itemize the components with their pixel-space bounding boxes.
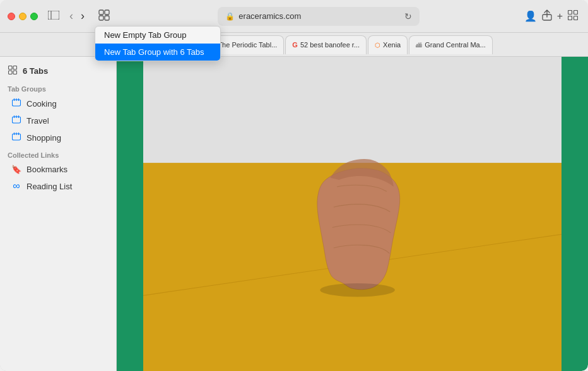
sidebar-item-bookmarks[interactable]: 🔖 Bookmarks xyxy=(4,162,112,177)
green-panel-left xyxy=(117,57,143,371)
reading-list-label: Reading List xyxy=(26,182,72,191)
sidebar-item-travel[interactable]: Travel xyxy=(4,112,112,129)
tab-overview-button[interactable] xyxy=(568,10,578,23)
right-toolbar: 👤 + xyxy=(524,9,578,23)
sidebar: 6 Tabs Tab Groups Cooking xyxy=(0,57,117,371)
svg-rect-14 xyxy=(13,71,17,74)
svg-point-30 xyxy=(320,283,395,297)
addressbar-area: 🔒 eraceramics.com ↻ xyxy=(119,7,519,26)
webpage-content xyxy=(143,57,562,371)
svg-rect-12 xyxy=(13,66,17,70)
maximize-button[interactable] xyxy=(30,13,38,20)
tab-5-label: Grand Central Ma... xyxy=(425,41,486,49)
svg-rect-13 xyxy=(9,71,13,74)
new-tab-group-button[interactable] xyxy=(95,7,114,26)
sidebar-item-reading-list[interactable]: ∞ Reading List xyxy=(4,177,112,195)
tab-4-label: Xenia xyxy=(383,41,401,49)
travel-icon xyxy=(11,115,21,126)
lock-icon: 🔒 xyxy=(225,12,235,21)
add-tab-button[interactable]: + xyxy=(557,11,563,22)
tab-group-dropdown: New Empty Tab Group New Tab Group with 6… xyxy=(95,26,221,61)
sidebar-item-shopping[interactable]: Shopping xyxy=(4,129,112,146)
close-button[interactable] xyxy=(8,13,15,20)
green-panel-right xyxy=(562,57,588,371)
share-button[interactable] xyxy=(542,9,552,23)
svg-rect-2 xyxy=(99,10,103,15)
forward-button[interactable]: › xyxy=(78,8,87,24)
all-tabs-item[interactable]: 6 Tabs xyxy=(0,62,116,80)
main-area: 6 Tabs Tab Groups Cooking xyxy=(0,57,588,371)
collected-links-section-label: Collected Links xyxy=(0,146,116,162)
bookmarks-icon: 🔖 xyxy=(11,165,21,174)
tab-2-label: The Periodic Tabl... xyxy=(218,41,277,49)
content-area xyxy=(117,57,588,371)
shopping-label: Shopping xyxy=(26,133,61,143)
all-tabs-icon xyxy=(8,66,18,76)
svg-rect-9 xyxy=(568,16,572,20)
tab-4-icon: ⬡ xyxy=(375,42,380,49)
sidebar-item-cooking[interactable]: Cooking xyxy=(4,95,112,112)
tab-3[interactable]: G 52 best banofee r... xyxy=(285,35,367,54)
new-empty-tab-group-option[interactable]: New Empty Tab Group xyxy=(95,26,220,44)
address-text: eraceramics.com xyxy=(238,11,401,21)
svg-rect-0 xyxy=(48,11,59,20)
svg-rect-3 xyxy=(105,10,109,15)
profile-button[interactable]: 👤 xyxy=(524,10,537,22)
svg-rect-7 xyxy=(568,10,572,14)
travel-label: Travel xyxy=(26,116,49,126)
minimize-button[interactable] xyxy=(19,13,26,20)
svg-rect-27 xyxy=(143,57,562,163)
tab-3-label: 52 best banofee r... xyxy=(300,41,360,49)
tabs-bar: ← Process / Era Cer... 📋 The Periodic Ta… xyxy=(0,33,588,57)
back-button[interactable]: ‹ xyxy=(67,8,76,24)
svg-rect-5 xyxy=(105,16,109,20)
reload-button[interactable]: ↻ xyxy=(404,11,412,21)
cooking-label: Cooking xyxy=(26,99,57,109)
svg-rect-10 xyxy=(574,16,578,20)
tab-5-icon: 🏙 xyxy=(416,42,422,49)
tab-groups-section-label: Tab Groups xyxy=(0,80,116,95)
address-bar[interactable]: 🔒 eraceramics.com ↻ xyxy=(218,7,420,26)
svg-rect-11 xyxy=(9,66,13,70)
reading-list-icon: ∞ xyxy=(11,180,21,192)
cooking-icon xyxy=(11,98,21,109)
tab-3-icon: G xyxy=(292,41,298,49)
sidebar-toggle-button[interactable] xyxy=(48,11,59,22)
tab-4[interactable]: ⬡ Xenia xyxy=(368,35,408,54)
traffic-lights xyxy=(8,13,38,20)
svg-rect-4 xyxy=(99,16,103,20)
new-tab-group-area: New Empty Tab Group New Tab Group with 6… xyxy=(95,7,114,26)
titlebar: ‹ › New Empty Tab Group New Tab Group wi… xyxy=(0,0,588,33)
nav-buttons: ‹ › xyxy=(67,8,87,24)
svg-rect-8 xyxy=(574,10,578,14)
tab-5[interactable]: 🏙 Grand Central Ma... xyxy=(409,35,493,54)
all-tabs-label: 6 Tabs xyxy=(23,66,48,76)
shopping-icon xyxy=(11,132,21,143)
browser-window: ‹ › New Empty Tab Group New Tab Group wi… xyxy=(0,0,588,371)
new-tab-group-with-tabs-option[interactable]: New Tab Group with 6 Tabs xyxy=(95,44,220,61)
bookmarks-label: Bookmarks xyxy=(26,165,68,174)
